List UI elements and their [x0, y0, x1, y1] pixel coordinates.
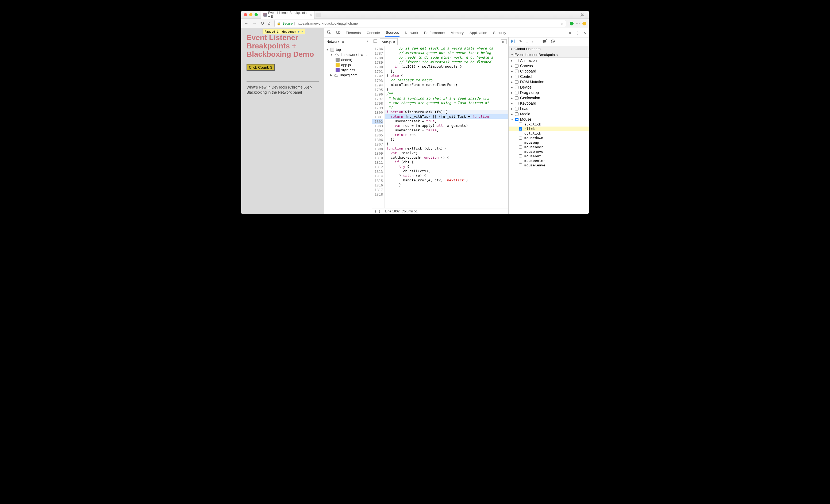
tree-file-index[interactable]: (index)	[324, 57, 372, 62]
window-close[interactable]	[244, 13, 247, 16]
tree-domain-unpkg[interactable]: ▶unpkg.com	[324, 72, 372, 77]
elb-event-checkbox[interactable]	[519, 141, 522, 144]
elb-category-load[interactable]: ▶ Load	[509, 106, 589, 111]
elb-category-checkbox[interactable]	[515, 102, 518, 105]
devtools-tab-application[interactable]: Application	[469, 29, 488, 37]
elb-event-checkbox[interactable]	[519, 136, 522, 139]
editor-file-tab[interactable]: vue.js ×	[380, 38, 397, 45]
elb-event-checkbox[interactable]	[519, 159, 522, 162]
elb-category-dom-mutation[interactable]: ▶ DOM Mutation	[509, 79, 589, 85]
toggle-debugger-icon[interactable]: ▶|	[501, 39, 507, 44]
tab-close-icon[interactable]: ×	[310, 12, 312, 17]
devtools-tab-memory[interactable]: Memory	[450, 29, 464, 37]
devtools-menu-icon[interactable]: ⋮	[575, 31, 579, 35]
step-out-button[interactable]: ↑	[532, 39, 534, 44]
elb-category-checkbox[interactable]	[515, 75, 518, 78]
home-button[interactable]: ⌂	[268, 21, 270, 26]
navigator-more-icon[interactable]: »	[342, 39, 344, 44]
elb-category-checkbox[interactable]	[515, 96, 518, 100]
tree-file-appjs[interactable]: app.js	[324, 62, 372, 67]
elb-category-clipboard[interactable]: ▶ Clipboard	[509, 68, 589, 74]
devtools-tab-elements[interactable]: Elements	[345, 29, 361, 37]
elb-event-checkbox[interactable]	[519, 150, 522, 153]
elb-category-geolocation[interactable]: ▶ Geolocation	[509, 95, 589, 101]
elb-category-canvas[interactable]: ▶ Canvas	[509, 63, 589, 68]
elb-event-checkbox[interactable]	[519, 154, 522, 158]
extension-badge-yellow[interactable]	[582, 22, 586, 25]
tree-domain[interactable]: ▼framework-bla…	[324, 52, 372, 57]
elb-event-mouseenter[interactable]: mouseenter	[509, 158, 589, 163]
navigator-tab[interactable]: Network	[326, 40, 339, 43]
elb-event-mousedown[interactable]: mousedown	[509, 136, 589, 140]
devtools-tab-security[interactable]: Security	[492, 29, 507, 37]
devtools-tab-console[interactable]: Console	[366, 29, 381, 37]
elb-event-mouseout[interactable]: mouseout	[509, 154, 589, 158]
tree-top[interactable]: ▼top	[324, 47, 372, 52]
navigator-menu-icon[interactable]: ⋮	[365, 39, 370, 44]
click-count-button[interactable]: Click Count: 3	[247, 64, 275, 71]
blog-link[interactable]: What's New In DevTools (Chrome 66) > Bla…	[247, 85, 312, 94]
inspect-icon[interactable]	[327, 30, 331, 35]
elb-category-drag-drop[interactable]: ▶ Drag / drop	[509, 90, 589, 95]
elb-event-checkbox[interactable]	[519, 127, 522, 130]
pause-exceptions-button[interactable]	[551, 39, 555, 44]
forward-button[interactable]: →	[252, 21, 257, 26]
elb-category-checkbox[interactable]	[515, 59, 518, 62]
elb-head[interactable]: ▼Event Listener Breakpoints	[509, 52, 589, 58]
bookmark-star-icon[interactable]: ☆	[561, 22, 564, 25]
elb-event-auxclick[interactable]: auxclick	[509, 122, 589, 127]
window-zoom[interactable]	[255, 13, 258, 16]
extension-overflow[interactable]: •••	[576, 22, 580, 25]
profile-button[interactable]	[579, 11, 586, 19]
elb-event-checkbox[interactable]	[519, 163, 522, 167]
back-button[interactable]: ←	[244, 21, 248, 26]
file-tab-close-icon[interactable]: ×	[393, 40, 395, 44]
elb-category-checkbox[interactable]	[515, 107, 518, 111]
elb-category-control[interactable]: ▶ Control	[509, 74, 589, 79]
elb-category-keyboard[interactable]: ▶ Keyboard	[509, 101, 589, 106]
elb-category-checkbox[interactable]	[515, 80, 518, 84]
elb-category-device[interactable]: ▶ Device	[509, 85, 589, 90]
devtools-close-icon[interactable]: ×	[583, 30, 586, 36]
elb-event-mouseup[interactable]: mouseup	[509, 140, 589, 145]
new-tab-button[interactable]	[316, 12, 321, 17]
step-into-button[interactable]: ↓	[526, 39, 528, 44]
devtools-tab-sources[interactable]: Sources	[385, 29, 400, 37]
deactivate-breakpoints-button[interactable]	[543, 39, 547, 44]
pretty-print-icon[interactable]: { }	[375, 209, 381, 213]
elb-category-checkbox[interactable]	[515, 64, 518, 68]
elb-event-dblclick[interactable]: dblclick	[509, 131, 589, 136]
elb-event-checkbox[interactable]	[519, 145, 522, 149]
elb-event-mouseleave[interactable]: mouseleave	[509, 163, 589, 167]
omnibox[interactable]: 🔒 Secure | https://framework-blackboxing…	[274, 20, 566, 27]
elb-category-media[interactable]: ▶ Media	[509, 111, 589, 117]
global-listeners-head[interactable]: ▶Global Listeners	[509, 46, 589, 52]
step-over-icon[interactable]: ↷	[301, 30, 303, 33]
elb-event-checkbox[interactable]	[519, 123, 522, 126]
elb-event-mousemove[interactable]: mousemove	[509, 149, 589, 154]
devtools-tab-performance[interactable]: Performance	[423, 29, 445, 37]
elb-event-click[interactable]: click	[509, 127, 589, 131]
more-tabs-icon[interactable]: »	[569, 31, 571, 35]
elb-event-mouseover[interactable]: mouseover	[509, 145, 589, 149]
toggle-navigator-icon[interactable]	[374, 39, 377, 44]
browser-tab[interactable]: Event Listener Breakpoints + B ×	[261, 11, 315, 19]
reload-button[interactable]: ↻	[260, 21, 264, 26]
elb-category-checkbox[interactable]	[515, 113, 518, 116]
resume-button[interactable]	[511, 39, 515, 44]
tree-file-style[interactable]: style.css	[324, 67, 372, 72]
code-view[interactable]: 1786178717881789179017911792179317941795…	[372, 46, 508, 208]
elb-category-checkbox[interactable]	[515, 86, 518, 89]
devtools-tab-network[interactable]: Network	[404, 29, 419, 37]
step-over-button[interactable]: ↷	[519, 39, 522, 44]
elb-category-mouse[interactable]: ▼ Mouse	[509, 117, 589, 122]
extension-badge-green[interactable]	[570, 22, 574, 25]
elb-category-checkbox[interactable]	[515, 118, 518, 121]
device-mode-icon[interactable]	[336, 30, 341, 35]
elb-category-checkbox[interactable]	[515, 91, 518, 94]
elb-category-animation[interactable]: ▶ Animation	[509, 58, 589, 63]
elb-event-checkbox[interactable]	[519, 132, 522, 135]
resume-icon[interactable]: ▶	[298, 30, 300, 33]
elb-category-checkbox[interactable]	[515, 69, 518, 73]
window-minimize[interactable]	[249, 13, 252, 16]
